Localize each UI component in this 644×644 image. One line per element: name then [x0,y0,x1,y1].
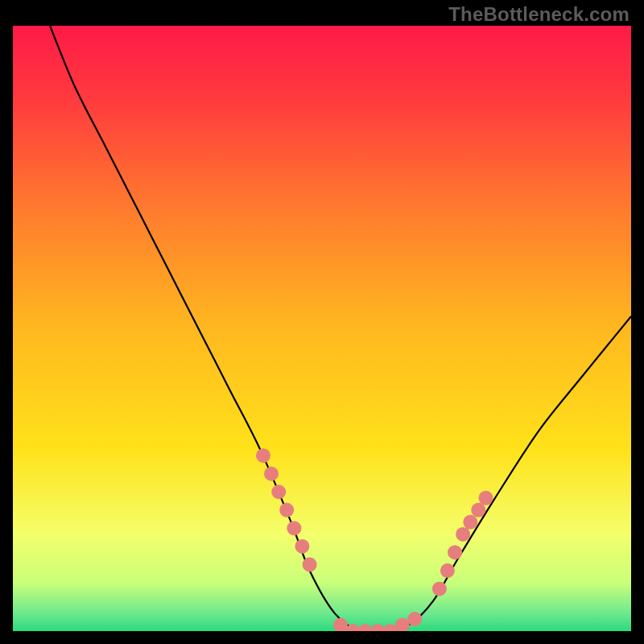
highlight-dot [479,491,493,506]
highlight-dot [407,612,422,626]
watermark-text: TheBottleneck.com [448,3,630,26]
highlight-dot [440,564,455,578]
highlight-dot [432,581,447,596]
highlight-dot [295,539,309,554]
highlight-dot [279,503,294,518]
chart-frame [13,26,631,631]
gradient-background [13,26,631,631]
highlight-dot [463,515,477,530]
bottleneck-chart [13,26,631,631]
highlight-dot [448,545,462,559]
highlight-dot [471,503,485,518]
highlight-dot [256,448,270,463]
highlight-dot [303,557,317,572]
highlight-dot [287,521,301,535]
highlight-dot [271,485,286,499]
highlight-dot [264,467,279,481]
highlight-dot [456,527,470,542]
